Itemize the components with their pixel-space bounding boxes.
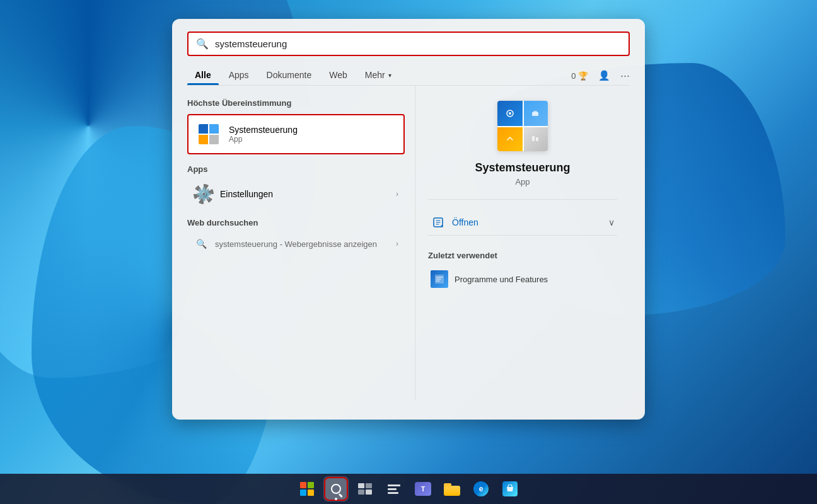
left-panel: Höchste Übereinstimmung <box>187 86 415 401</box>
search-taskbar-icon <box>324 477 348 501</box>
best-match-item[interactable]: Systemsteuerung App <box>187 114 405 154</box>
search-icon: 🔍 <box>196 38 209 50</box>
search-panel: 🔍 Alle Apps Dokumente Web Mehr ▾ <box>172 19 645 420</box>
taskbar: T e <box>0 474 817 504</box>
web-search-icon: 🔍 <box>194 236 209 251</box>
taskbar-search-button[interactable] <box>323 476 349 501</box>
tab-alle[interactable]: Alle <box>187 66 219 85</box>
widgets-icon <box>388 484 400 494</box>
taskbar-store-button[interactable] <box>497 476 523 501</box>
best-match-type: App <box>229 135 298 144</box>
web-section-title: Web durchsuchen <box>187 218 405 227</box>
tab-dokumente[interactable]: Dokumente <box>259 66 320 85</box>
open-button[interactable]: Öffnen ∨ <box>428 210 617 235</box>
search-circle-icon <box>331 484 341 494</box>
taskbar-widgets-button[interactable] <box>381 476 407 501</box>
svg-rect-4 <box>532 136 535 141</box>
taskview-icon <box>358 483 372 495</box>
best-match-name: Systemsteuerung <box>229 125 298 135</box>
einstellungen-item[interactable]: ⚙️ Einstellungen › <box>187 179 405 209</box>
open-label: Öffnen <box>452 217 478 227</box>
best-match-info: Systemsteuerung App <box>229 125 298 144</box>
search-tabs: Alle Apps Dokumente Web Mehr ▾ 0 🏆 👤 ⋯ <box>187 66 630 86</box>
recent-item-label: Programme und Features <box>455 275 548 284</box>
right-panel: Systemsteuerung App Öffnen ∨ <box>415 86 630 401</box>
einstellungen-chevron: › <box>396 190 398 198</box>
search-input-wrapper: 🔍 <box>187 32 630 56</box>
search-content: Höchste Übereinstimmung <box>187 86 630 401</box>
systemsteuerung-icon-small <box>196 122 221 147</box>
chevron-down-icon: ▾ <box>388 72 391 79</box>
tabs-right-actions: 0 🏆 👤 ⋯ <box>571 70 630 81</box>
expand-icon[interactable]: ∨ <box>608 217 615 227</box>
svg-rect-3 <box>533 111 537 113</box>
recent-item-0[interactable]: Programme und Features <box>428 266 617 292</box>
folder-icon <box>444 482 460 496</box>
edge-icon: e <box>473 481 489 496</box>
taskbar-explorer-button[interactable] <box>439 476 465 501</box>
open-icon <box>431 215 446 230</box>
apps-section-title: Apps <box>187 164 405 174</box>
web-search-chevron: › <box>396 239 398 248</box>
more-options-icon[interactable]: ⋯ <box>620 70 630 81</box>
search-input[interactable] <box>215 38 621 49</box>
best-match-title: Höchste Übereinstimmung <box>187 98 405 108</box>
taskbar-start-button[interactable] <box>294 476 320 501</box>
count-badge: 0 🏆 <box>571 71 588 81</box>
taskbar-taskview-button[interactable] <box>352 476 378 501</box>
einstellungen-icon: ⚙️ <box>194 184 214 204</box>
systemsteuerung-icon-large <box>497 101 548 151</box>
taskbar-teams-button[interactable]: T <box>410 476 436 501</box>
windows-icon <box>300 482 314 496</box>
tab-mehr[interactable]: Mehr ▾ <box>357 66 399 85</box>
svg-rect-5 <box>536 137 538 141</box>
teams-icon: T <box>415 482 431 496</box>
svg-point-1 <box>509 112 511 115</box>
divider-1 <box>428 199 617 200</box>
right-app-type: App <box>515 177 530 186</box>
person-icon[interactable]: 👤 <box>598 70 610 81</box>
tab-apps[interactable]: Apps <box>221 66 257 85</box>
divider-2 <box>428 235 617 236</box>
right-app-name: Systemsteuerung <box>475 161 570 175</box>
taskbar-edge-button[interactable]: e <box>468 476 494 501</box>
einstellungen-label: Einstellungen <box>220 189 273 199</box>
recent-item-icon <box>431 270 448 288</box>
web-search-text: systemsteuerung - Webergebnisse anzeigen <box>215 239 377 249</box>
tab-web[interactable]: Web <box>322 66 355 85</box>
store-icon <box>502 481 518 496</box>
desktop-background: 🔍 Alle Apps Dokumente Web Mehr ▾ <box>0 0 817 504</box>
recently-used-title: Zuletzt verwendet <box>428 251 617 260</box>
web-search-item[interactable]: 🔍 systemsteuerung - Webergebnisse anzeig… <box>187 232 405 255</box>
